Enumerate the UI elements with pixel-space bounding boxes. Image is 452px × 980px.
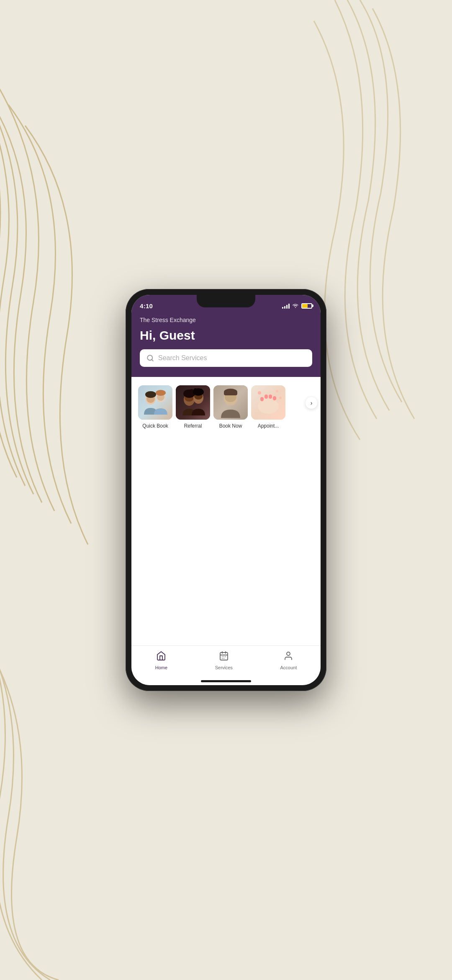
nav-label-home: Home [155,665,167,670]
wifi-icon [292,303,299,309]
svg-rect-32 [265,395,268,399]
nav-label-services: Services [215,665,233,670]
nav-item-account[interactable]: Account [273,649,303,672]
svg-rect-24 [224,391,237,395]
signal-icon [282,303,290,309]
header: The Stress Exchange Hi, Guest Search Ser… [131,313,321,377]
status-time: 4:10 [140,302,153,309]
nav-item-services[interactable]: Services [208,649,239,672]
status-icons [282,303,312,309]
category-image-book-now [213,385,248,420]
search-icon [146,354,154,362]
battery-icon [301,303,312,309]
account-icon [283,651,293,663]
nav-label-account: Account [280,665,297,670]
svg-point-37 [279,397,282,399]
scroll-right-arrow[interactable]: › [306,397,317,409]
category-item-appointment[interactable]: Appoint... [251,385,285,429]
services-icon [219,651,229,663]
svg-point-36 [276,390,278,392]
svg-point-8 [156,390,166,396]
search-bar[interactable]: Search Services [140,349,312,367]
svg-point-18 [193,388,198,392]
home-indicator [131,677,321,685]
svg-rect-33 [269,395,272,399]
category-image-referral [176,385,210,420]
category-item-quick-book[interactable]: Quick Book [138,385,172,429]
category-item-book-now[interactable]: Book Now [213,385,248,429]
app-title: The Stress Exchange [140,317,312,323]
svg-point-19 [199,389,203,392]
category-item-referral[interactable]: Referral [176,385,210,429]
category-image-quick-book [138,385,172,420]
svg-rect-34 [273,396,276,400]
greeting: Hi, Guest [140,328,312,343]
home-indicator-bar [201,680,251,682]
search-placeholder: Search Services [158,354,207,362]
svg-line-1 [152,359,153,361]
categories-row: Quick Book [138,385,314,429]
home-icon [156,651,166,663]
notch [197,295,255,307]
category-label-quick-book: Quick Book [142,423,168,429]
nav-item-home[interactable]: Home [149,649,174,672]
category-label-book-now: Book Now [219,423,242,429]
category-label-referral: Referral [184,423,202,429]
category-label-appointment: Appoint... [258,423,279,429]
main-content: Quick Book [131,377,321,645]
phone-screen: 4:10 The Stress Exchange [131,295,321,685]
svg-point-47 [287,652,290,655]
svg-rect-31 [260,397,264,401]
svg-point-7 [145,391,156,398]
category-image-appointment [251,385,285,420]
bottom-nav: Home Services [131,645,321,677]
svg-point-35 [258,391,261,395]
svg-point-15 [185,390,189,394]
phone-frame: 4:10 The Stress Exchange [126,289,326,691]
